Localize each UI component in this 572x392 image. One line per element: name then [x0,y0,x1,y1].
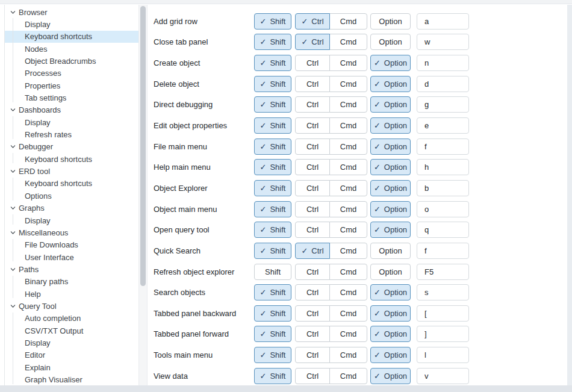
modifier-cmd-button[interactable]: Cmd [329,284,367,300]
modifier-shift-button[interactable]: ✓Shift [254,138,291,155]
modifier-shift-button[interactable]: ✓Shift [254,201,291,217]
tree-group-header-dashboards[interactable]: Dashboards [5,104,138,116]
modifier-option-button[interactable]: ✓Option [370,76,411,92]
tree-group-header-miscellaneous[interactable]: Miscellaneous [5,226,138,238]
modifier-shift-button[interactable]: ✓Shift [254,326,291,342]
modifier-option-button[interactable]: ✓Option [370,96,411,113]
modifier-option-button[interactable]: ✓Option [370,55,411,71]
modifier-cmd-button[interactable]: Cmd [329,368,367,384]
modifier-option-button[interactable]: ✓Option [370,305,411,322]
tree-group-header-query-tool[interactable]: Query Tool [5,300,138,312]
modifier-shift-button[interactable]: ✓Shift [254,284,291,300]
modifier-ctrl-button[interactable]: Ctrl [295,55,330,71]
tree-item-paths-binary-paths[interactable]: Binary paths [5,276,138,288]
modifier-shift-button[interactable]: ✓Shift [254,96,291,113]
modifier-option-button[interactable]: Option [370,13,411,30]
tree-group-header-paths[interactable]: Paths [5,263,138,275]
modifier-cmd-button[interactable]: Cmd [329,222,367,238]
shortcut-key-input[interactable] [417,243,469,259]
modifier-ctrl-button[interactable]: Ctrl [295,76,330,92]
shortcut-key-input[interactable] [417,117,469,134]
modifier-cmd-button[interactable]: Cmd [329,159,367,175]
modifier-ctrl-button[interactable]: Ctrl [295,222,330,238]
modifier-option-button[interactable]: ✓Option [370,138,411,155]
shortcut-key-input[interactable] [417,13,469,30]
tree-item-paths-help[interactable]: Help [5,288,138,300]
tree-item-browser-nodes[interactable]: Nodes [5,43,138,55]
modifier-cmd-button[interactable]: Cmd [329,201,367,217]
modifier-option-button[interactable]: ✓Option [370,326,411,342]
tree-item-debugger-keyboard-shortcuts[interactable]: Keyboard shortcuts [5,153,138,165]
shortcut-key-input[interactable] [417,159,469,175]
modifier-shift-button[interactable]: ✓Shift [254,222,291,238]
modifier-shift-button[interactable]: ✓Shift [254,117,291,134]
shortcut-key-input[interactable] [417,347,469,363]
modifier-shift-button[interactable]: ✓Shift [254,55,291,71]
tree-item-query-tool-explain[interactable]: Explain [5,361,138,373]
modifier-cmd-button[interactable]: Cmd [329,34,367,50]
modifier-cmd-button[interactable]: Cmd [329,55,367,71]
shortcut-key-input[interactable] [417,305,469,322]
tree-item-browser-object-breadcrumbs[interactable]: Object Breadcrumbs [5,55,138,67]
modifier-shift-button[interactable]: ✓Shift [254,347,291,363]
modifier-cmd-button[interactable]: Cmd [329,180,367,196]
tree-item-query-tool-display[interactable]: Display [5,337,138,349]
modifier-option-button[interactable]: ✓Option [370,117,411,134]
modifier-option-button[interactable]: ✓Option [370,201,411,217]
modifier-ctrl-button[interactable]: Ctrl [295,347,330,363]
sidebar-scrollbar-track[interactable] [138,5,148,385]
shortcut-key-input[interactable] [417,96,469,113]
modifier-shift-button[interactable]: ✓Shift [254,180,291,196]
tree-group-header-erd-tool[interactable]: ERD tool [5,165,138,177]
modifier-cmd-button[interactable]: Cmd [329,347,367,363]
tree-item-query-tool-graph-visualiser[interactable]: Graph Visualiser [5,373,138,385]
modifier-cmd-button[interactable]: Cmd [329,243,367,259]
shortcut-key-input[interactable] [417,34,469,50]
modifier-shift-button[interactable]: ✓Shift [254,159,291,175]
modifier-option-button[interactable]: ✓Option [370,180,411,196]
modifier-option-button[interactable]: ✓Option [370,222,411,238]
modifier-ctrl-button[interactable]: Ctrl [295,96,330,113]
modifier-cmd-button[interactable]: Cmd [329,305,367,322]
modifier-ctrl-button[interactable]: Ctrl [295,284,330,300]
shortcut-key-input[interactable] [417,180,469,196]
modifier-cmd-button[interactable]: Cmd [329,138,367,155]
modifier-ctrl-button[interactable]: Ctrl [295,138,330,155]
tree-group-header-debugger[interactable]: Debugger [5,141,138,153]
shortcut-key-input[interactable] [417,368,469,384]
modifier-option-button[interactable]: ✓Option [370,368,411,384]
tree-item-dashboards-refresh-rates[interactable]: Refresh rates [5,128,138,140]
tree-item-browser-tab-settings[interactable]: Tab settings [5,92,138,104]
tree-item-erd-tool-keyboard-shortcuts[interactable]: Keyboard shortcuts [5,178,138,190]
sidebar-scrollbar-thumb[interactable] [140,6,146,286]
shortcut-key-input[interactable] [417,222,469,238]
modifier-ctrl-button[interactable]: Ctrl [295,264,330,280]
modifier-option-button[interactable]: Option [370,34,411,50]
modifier-shift-button[interactable]: ✓Shift [254,34,291,50]
modifier-cmd-button[interactable]: Cmd [329,326,367,342]
tree-item-browser-keyboard-shortcuts[interactable]: Keyboard shortcuts [5,31,138,43]
modifier-option-button[interactable]: Option [370,243,411,259]
modifier-option-button[interactable]: ✓Option [370,347,411,363]
shortcut-key-input[interactable] [417,138,469,155]
modifier-ctrl-button[interactable]: Ctrl [295,201,330,217]
modifier-ctrl-button[interactable]: Ctrl [295,326,330,342]
tree-item-graphs-display[interactable]: Display [5,214,138,226]
modifier-ctrl-button[interactable]: Ctrl [295,305,330,322]
tree-item-dashboards-display[interactable]: Display [5,116,138,128]
shortcut-key-input[interactable] [417,264,469,280]
modifier-shift-button[interactable]: ✓Shift [254,305,291,322]
modifier-cmd-button[interactable]: Cmd [329,96,367,113]
tree-item-query-tool-csv-txt-output[interactable]: CSV/TXT Output [5,325,138,337]
shortcut-key-input[interactable] [417,284,469,300]
modifier-ctrl-button[interactable]: Ctrl [295,368,330,384]
modifier-shift-button[interactable]: Shift [254,264,291,280]
modifier-cmd-button[interactable]: Cmd [329,264,367,280]
tree-item-browser-properties[interactable]: Properties [5,79,138,92]
modifier-option-button[interactable]: Option [370,264,411,280]
modifier-shift-button[interactable]: ✓Shift [254,76,291,92]
modifier-ctrl-button[interactable]: Ctrl [295,159,330,175]
tree-group-header-graphs[interactable]: Graphs [5,202,138,214]
modifier-shift-button[interactable]: ✓Shift [254,13,291,30]
tree-item-browser-display[interactable]: Display [5,18,138,30]
